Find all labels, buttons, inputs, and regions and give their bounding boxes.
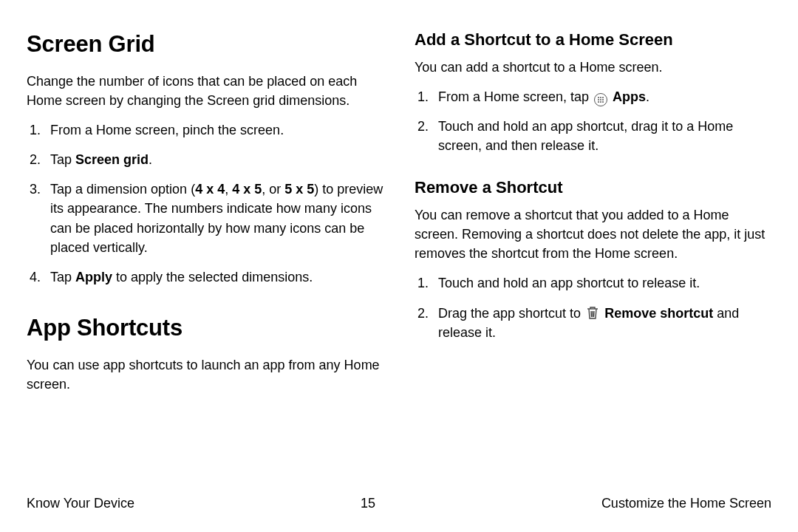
para-screen-grid-intro: Change the number of icons that can be p…: [27, 72, 383, 110]
list-item: From a Home screen, tap Apps.: [415, 87, 771, 106]
svg-point-5: [602, 99, 604, 100]
heading-remove-shortcut: Remove a Shortcut: [415, 176, 771, 200]
svg-point-4: [600, 99, 601, 100]
list-screen-grid-steps: From a Home screen, pinch the screen. Ta…: [27, 120, 383, 287]
heading-add-shortcut: Add a Shortcut to a Home Screen: [415, 28, 771, 52]
left-column: Screen Grid Change the number of icons t…: [27, 28, 383, 404]
footer-left: Know Your Device: [27, 494, 134, 513]
svg-point-0: [598, 97, 599, 98]
apps-icon: [594, 93, 607, 106]
right-column: Add a Shortcut to a Home Screen You can …: [415, 28, 771, 404]
list-item: Drag the app shortcut to Remove shortcut…: [415, 304, 771, 342]
trash-icon: [586, 305, 599, 320]
svg-point-3: [598, 99, 599, 100]
heading-app-shortcuts: App Shortcuts: [27, 312, 383, 345]
list-item: Touch and hold an app shortcut, drag it …: [415, 117, 771, 155]
footer-page-number: 15: [361, 494, 375, 513]
svg-point-1: [600, 97, 601, 98]
page-footer: Know Your Device 15 Customize the Home S…: [27, 494, 771, 513]
svg-line-9: [591, 311, 592, 317]
list-item: From a Home screen, pinch the screen.: [27, 120, 383, 140]
footer-right: Customize the Home Screen: [601, 494, 771, 513]
svg-point-8: [602, 101, 604, 103]
svg-line-11: [594, 311, 595, 317]
svg-point-2: [602, 97, 604, 98]
list-item: Tap Screen grid.: [27, 150, 383, 169]
list-item: Touch and hold an app shortcut to releas…: [415, 273, 771, 293]
para-app-shortcuts-intro: You can use app shortcuts to launch an a…: [27, 355, 383, 394]
list-item: Tap Apply to apply the selected dimensio…: [27, 267, 383, 287]
para-remove-shortcut-intro: You can remove a shortcut that you added…: [415, 205, 771, 263]
svg-point-7: [600, 101, 601, 103]
heading-screen-grid: Screen Grid: [27, 28, 383, 61]
para-add-shortcut-intro: You can add a shortcut to a Home screen.: [415, 58, 771, 77]
list-add-shortcut-steps: From a Home screen, tap Apps. Touch and …: [415, 87, 771, 155]
list-item: Tap a dimension option (4 x 4, 4 x 5, or…: [27, 180, 383, 256]
list-remove-shortcut-steps: Touch and hold an app shortcut to releas…: [415, 273, 771, 341]
svg-point-6: [598, 101, 599, 103]
